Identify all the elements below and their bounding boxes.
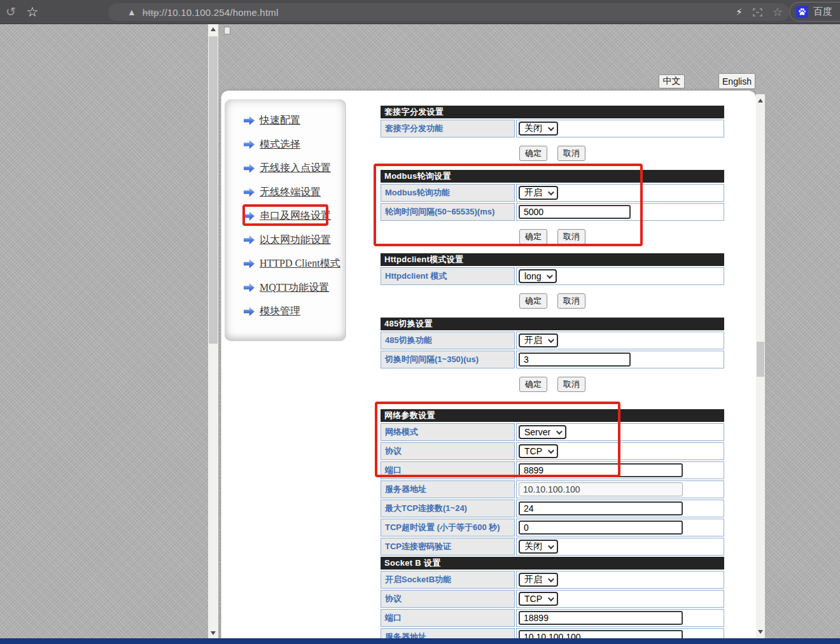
section-httpdclient: Httpdclient模式设置 Httpdclient 模式 long 确定 取… [381,253,724,309]
section-socket-dispatch: 套接字分发设置 套接字分发功能 关闭 确定 取消 [381,106,724,161]
left-scrollbar-thumb[interactable] [209,36,218,344]
httpdclient-mode-select[interactable]: long [519,269,557,283]
not-secure-warning-icon: ▲︎ [127,7,136,17]
screen: ↺ ☆ ▲︎ http://10.10.100.254/home.html ⚡︎… [0,0,840,644]
row-label: 服务器地址 [381,480,515,498]
socketb-port-input[interactable] [519,611,683,625]
sidebar-item-mqtt[interactable]: MQTT功能设置 [244,281,346,295]
left-scrollbar[interactable] [208,24,218,638]
right-scrollbar[interactable] [756,94,765,638]
table-row: 服务器地址 [381,480,724,498]
485-enable-select[interactable]: 开启 [519,333,558,347]
server-address-input [519,482,683,496]
confirm-button[interactable]: 确定 [519,229,547,244]
row-label: 协议 [381,442,515,460]
section-socket-b: Socket B 设置 开启SocketB功能 开启 协议 TCP 端口 服务器… [381,557,724,638]
confirm-button[interactable]: 确定 [519,146,547,161]
switch-interval-input[interactable] [519,353,631,367]
socket-dispatch-select[interactable]: 关闭 [519,122,558,136]
confirm-button[interactable]: 确定 [519,293,547,309]
sidebar-item-label[interactable]: 串口及网络设置 [260,209,331,223]
row-label: 网络模式 [381,423,515,441]
chevron-down-icon [548,337,554,343]
table-row: 网络模式 Server [381,423,724,441]
arrow-right-icon [244,188,255,197]
address-bar[interactable]: ▲︎ http://10.10.100.254/home.html ⚡︎ ☆ [108,3,789,21]
table-row: 切换时间间隔(1~350)(us) [381,351,724,368]
sidebar-item-httpd-client[interactable]: HTTPD Client模式 [244,257,346,270]
url-text: http://10.10.100.254/home.html [143,7,279,18]
poll-interval-input[interactable] [519,205,631,219]
cancel-button[interactable]: 取消 [557,377,585,392]
table-row: Modbus轮询功能 开启 [381,184,724,202]
chevron-down-icon [548,543,554,549]
sidebar-item-serial-network[interactable]: 串口及网络设置 [244,209,346,223]
confirm-button[interactable]: 确定 [519,377,547,392]
reader-frame-icon[interactable] [753,8,762,17]
sidebar-item-module-manage[interactable]: 模块管理 [244,305,346,318]
scroll-up-icon[interactable] [208,24,218,34]
sidebar-item-label[interactable]: MQTT功能设置 [260,281,329,295]
scroll-up-icon[interactable] [756,95,765,106]
row-label: 协议 [381,590,515,608]
section-network-params: 网络参数设置 网络模式 Server 协议 TCP 端口 服务器地址 [381,409,724,556]
chinese-language-button[interactable]: 中文 [659,74,685,88]
table-row: Httpdclient 模式 long [381,267,724,285]
sidebar-item-label[interactable]: 模块管理 [260,305,300,318]
cancel-button[interactable]: 取消 [557,146,585,161]
bookmark-star-icon[interactable]: ☆ [22,4,43,20]
arrow-right-icon [244,259,255,269]
sidebar-item-label[interactable]: 快速配置 [260,114,300,127]
sidebar-item-ethernet[interactable]: 以太网功能设置 [244,234,346,247]
sidebar-item-label[interactable]: 模式选择 [260,138,300,151]
baidu-paw-icon [796,6,808,18]
arrow-right-icon [244,211,255,221]
lightning-icon[interactable]: ⚡︎ [736,6,743,18]
socketb-enable-select[interactable]: 开启 [519,573,558,587]
sidebar-item-quick-config[interactable]: 快速配置 [244,114,346,127]
row-label: 开启SocketB功能 [381,571,515,589]
cancel-button[interactable]: 取消 [557,229,585,244]
protocol-select[interactable]: TCP [519,444,558,458]
sidebar-item-label[interactable]: 无线终端设置 [260,186,321,199]
arrow-right-icon [244,116,255,125]
scroll-down-icon[interactable] [208,628,218,638]
row-label: 服务器地址 [381,628,515,638]
english-language-button[interactable]: English [718,73,755,89]
socketb-protocol-select[interactable]: TCP [519,592,558,606]
section-modbus-poll: Modbus轮询设置 Modbus轮询功能 开启 轮询时间间隔(50~65535… [381,170,724,244]
section-title: Modbus轮询设置 [381,170,724,183]
row-label: TCP超时设置 (小于等于600 秒) [381,519,515,536]
browser-toolbar: ↺ ☆ ▲︎ http://10.10.100.254/home.html ⚡︎… [0,0,840,24]
sidebar-item-wireless-sta[interactable]: 无线终端设置 [244,186,346,199]
table-row: TCP连接密码验证 关闭 [381,538,724,556]
baidu-extension-button[interactable]: 百度 [789,2,840,22]
chevron-down-icon [548,595,554,601]
table-row: 开启SocketB功能 开启 [381,571,724,589]
back-icon[interactable]: ↺ [0,4,22,19]
sidebar-item-label[interactable]: 无线接入点设置 [260,162,331,175]
table-row: 端口 [381,609,724,627]
tcp-password-auth-select[interactable]: 关闭 [519,540,558,554]
modbus-enable-select[interactable]: 开启 [519,186,558,200]
sidebar-item-label[interactable]: 以太网功能设置 [260,234,331,247]
favorite-star-icon[interactable]: ☆ [773,5,783,19]
table-row: 端口 [381,461,724,479]
row-label: 轮询时间间隔(50~65535)(ms) [381,203,515,221]
right-scrollbar-thumb[interactable] [757,342,764,377]
port-input[interactable] [519,463,683,477]
sidebar-item-wireless-ap[interactable]: 无线接入点设置 [244,162,346,175]
sidebar-item-label[interactable]: HTTPD Client模式 [260,257,340,270]
table-row: 套接字分发功能 关闭 [381,120,724,137]
table-row: TCP超时设置 (小于等于600 秒) [381,519,724,536]
socketb-server-address-input[interactable] [519,630,683,638]
scroll-down-icon[interactable] [756,627,765,637]
sidebar-item-mode-select[interactable]: 模式选择 [244,138,346,151]
cancel-button[interactable]: 取消 [557,293,585,309]
max-tcp-connections-input[interactable] [519,501,683,515]
section-title: Socket B 设置 [381,557,724,570]
row-label: 端口 [381,609,515,627]
table-row: 485切换功能 开启 [381,332,724,349]
tcp-timeout-input[interactable] [519,521,683,535]
network-mode-select[interactable]: Server [519,425,566,439]
